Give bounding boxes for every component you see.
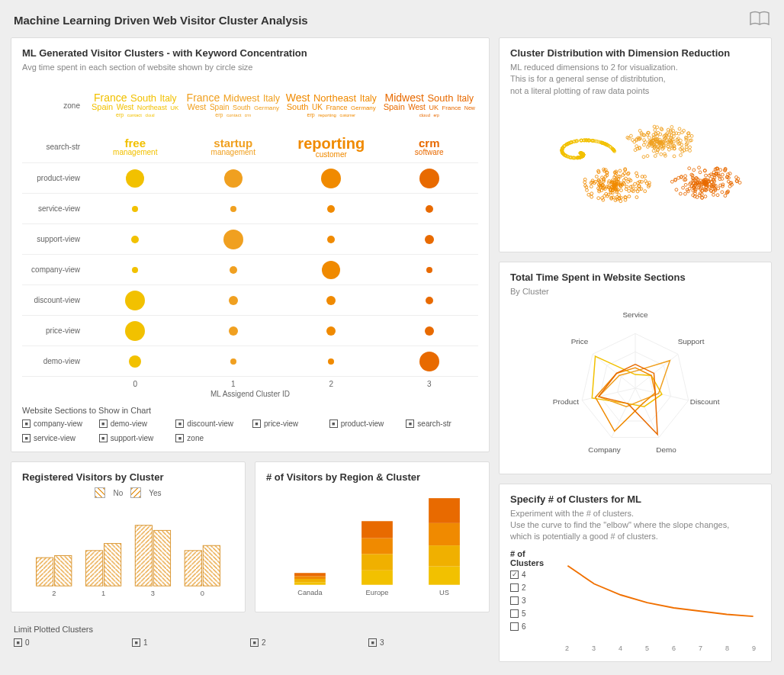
bubble[interactable] bbox=[223, 230, 243, 249]
svg-point-343 bbox=[660, 128, 664, 131]
svg-point-589 bbox=[684, 175, 687, 178]
section-filter-zone[interactable]: zone bbox=[175, 434, 248, 442]
bubble[interactable] bbox=[321, 169, 341, 188]
svg-point-544 bbox=[724, 194, 727, 198]
svg-point-705 bbox=[721, 191, 724, 194]
svg-point-320 bbox=[652, 149, 655, 153]
region-bar[interactable] bbox=[361, 554, 393, 571]
registered-bar[interactable] bbox=[55, 556, 72, 587]
region-bar[interactable] bbox=[429, 567, 460, 585]
section-filter-discount-view[interactable]: discount-view bbox=[175, 419, 248, 428]
bubble[interactable] bbox=[230, 358, 236, 365]
bubble[interactable] bbox=[327, 236, 335, 243]
bubble[interactable] bbox=[326, 326, 336, 336]
limit-title: Limit Plotted Clusters bbox=[14, 625, 487, 634]
section-filter-price-view[interactable]: price-view bbox=[252, 419, 325, 428]
bubble[interactable] bbox=[126, 169, 144, 188]
bubble[interactable] bbox=[425, 235, 434, 244]
limit-cluster-1[interactable]: 1 bbox=[132, 638, 250, 647]
bubble[interactable] bbox=[426, 267, 432, 273]
svg-point-204 bbox=[680, 154, 683, 157]
registered-bar[interactable] bbox=[104, 544, 120, 587]
bubble[interactable] bbox=[425, 326, 434, 336]
svg-point-361 bbox=[587, 194, 590, 197]
bubble[interactable] bbox=[322, 261, 340, 279]
svg-point-592 bbox=[675, 188, 678, 191]
bubble[interactable] bbox=[426, 205, 433, 213]
section-filter-support-view[interactable]: support-view bbox=[99, 434, 172, 442]
bubble[interactable] bbox=[230, 206, 236, 212]
svg-point-458 bbox=[625, 177, 628, 180]
svg-point-661 bbox=[692, 169, 696, 172]
search-wordcloud: startupmanagement bbox=[210, 138, 256, 156]
elbow-tick: 5 bbox=[645, 644, 649, 652]
bubble[interactable] bbox=[229, 296, 238, 305]
section-filter-product-view[interactable]: product-view bbox=[329, 419, 402, 428]
nclusters-option-3[interactable]: 3 bbox=[510, 596, 554, 605]
legend-swatch-yes bbox=[130, 487, 141, 498]
section-filter-demo-view[interactable]: demo-view bbox=[99, 419, 172, 428]
svg-point-548 bbox=[679, 192, 682, 195]
bubble[interactable] bbox=[131, 236, 139, 243]
elbow-chart bbox=[561, 549, 760, 641]
registered-bar[interactable] bbox=[135, 526, 152, 586]
svg-point-352 bbox=[670, 126, 673, 129]
nclust-label: 6 bbox=[522, 622, 526, 631]
limit-cluster-0[interactable]: 0 bbox=[14, 638, 132, 647]
nclusters-option-6[interactable]: 6 bbox=[510, 622, 554, 631]
bubble[interactable] bbox=[426, 297, 433, 304]
bubble[interactable] bbox=[328, 358, 334, 365]
region-bar[interactable] bbox=[294, 579, 326, 582]
nclusters-option-2[interactable]: 2 bbox=[510, 583, 554, 592]
registered-bar[interactable] bbox=[185, 551, 201, 586]
cluster-id-tick: 1 bbox=[185, 380, 283, 388]
bubble[interactable] bbox=[419, 169, 439, 188]
svg-point-392 bbox=[635, 196, 638, 199]
bubble[interactable] bbox=[125, 321, 145, 341]
limit-label: 2 bbox=[262, 638, 266, 647]
bubble[interactable] bbox=[326, 296, 336, 305]
nclust-label: 5 bbox=[522, 609, 526, 618]
radar-axis-label: Support bbox=[678, 336, 705, 345]
section-filter-service-view[interactable]: service-view bbox=[22, 434, 95, 442]
svg-point-266 bbox=[673, 155, 676, 158]
bubble[interactable] bbox=[132, 267, 138, 273]
book-icon[interactable] bbox=[749, 11, 770, 30]
region-bar[interactable] bbox=[361, 538, 393, 554]
section-filter-company-view[interactable]: company-view bbox=[22, 419, 95, 428]
svg-point-477 bbox=[620, 189, 623, 192]
bubble[interactable] bbox=[229, 326, 238, 336]
nclusters-option-4[interactable]: 4 bbox=[510, 571, 554, 579]
section-filter-search-str[interactable]: search-str bbox=[406, 419, 478, 428]
bubble[interactable] bbox=[132, 206, 138, 212]
registered-bar[interactable] bbox=[203, 546, 220, 587]
registered-bar[interactable] bbox=[85, 551, 102, 586]
legend-swatch-no bbox=[95, 487, 105, 498]
bubble[interactable] bbox=[129, 355, 141, 368]
region-bar[interactable] bbox=[294, 577, 326, 579]
scatter-panel: Cluster Distribution with Dimension Redu… bbox=[499, 37, 772, 252]
region-bar[interactable] bbox=[429, 545, 460, 567]
region-bar[interactable] bbox=[361, 522, 393, 538]
bubble[interactable] bbox=[224, 169, 243, 188]
scatter-chart bbox=[510, 103, 760, 240]
svg-point-364 bbox=[628, 190, 631, 193]
registered-title: Registered Visitors by Cluster bbox=[22, 471, 234, 483]
region-bar[interactable] bbox=[429, 499, 460, 524]
limit-cluster-2[interactable]: 2 bbox=[250, 638, 368, 647]
nclusters-option-5[interactable]: 5 bbox=[510, 609, 554, 618]
svg-point-335 bbox=[678, 127, 681, 130]
bubble[interactable] bbox=[230, 266, 237, 274]
bubble[interactable] bbox=[125, 291, 145, 310]
region-bar[interactable] bbox=[429, 523, 460, 545]
bubble[interactable] bbox=[419, 352, 439, 371]
bubble[interactable] bbox=[327, 205, 335, 213]
registered-bar[interactable] bbox=[153, 531, 170, 587]
region-bar[interactable] bbox=[294, 574, 326, 577]
region-bar[interactable] bbox=[361, 571, 393, 585]
registered-bar[interactable] bbox=[37, 558, 53, 587]
region-bar[interactable] bbox=[294, 583, 326, 585]
limit-cluster-3[interactable]: 3 bbox=[368, 638, 487, 647]
page-title: Machine Learning Driven Web Visitor Clus… bbox=[14, 14, 308, 27]
svg-point-373 bbox=[635, 172, 638, 175]
